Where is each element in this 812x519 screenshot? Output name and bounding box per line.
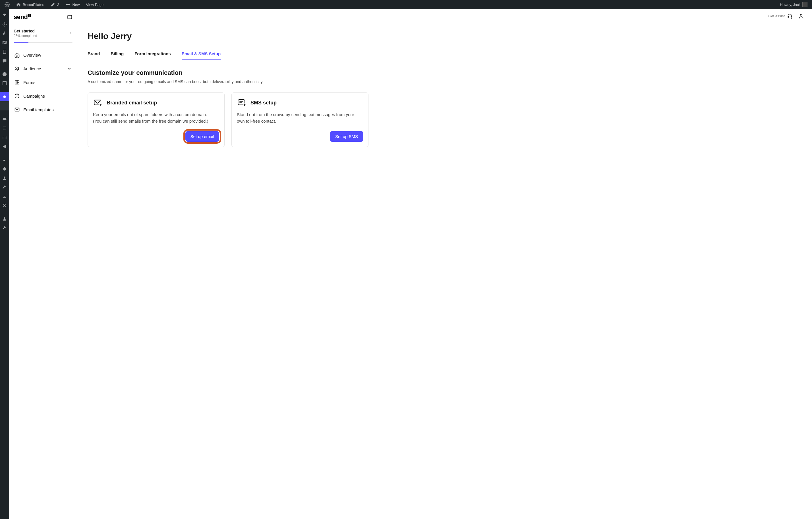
get-started-link[interactable]: Get started 25% completed — [9, 25, 77, 43]
tab-brand[interactable]: Brand — [88, 48, 100, 60]
wp-menu-profile[interactable] — [0, 214, 9, 223]
get-started-subtitle: 25% completed — [13, 34, 37, 38]
section-title: Customize your communication — [88, 69, 369, 77]
svg-point-10 — [4, 177, 5, 178]
svg-point-25 — [800, 14, 802, 16]
setup-email-button[interactable]: Set up email — [185, 131, 219, 142]
chevron-right-icon — [68, 31, 72, 35]
wp-menu-appearance[interactable] — [0, 155, 9, 164]
svg-rect-9 — [3, 127, 6, 130]
plus-icon — [65, 2, 70, 7]
wp-menu-templates[interactable] — [0, 79, 9, 88]
target-icon — [14, 93, 20, 99]
svg-rect-20 — [17, 83, 19, 84]
svg-point-16 — [16, 67, 17, 68]
page-title: Hello Jerry — [88, 31, 369, 41]
wp-menu-send-sub[interactable] — [0, 101, 9, 110]
wp-menu-settings[interactable] — [0, 201, 9, 210]
wordpress-icon — [4, 2, 10, 7]
card-title: SMS setup — [251, 100, 277, 106]
nav-overview[interactable]: Overview — [11, 48, 75, 62]
wp-account-link[interactable]: Howdy, Jack — [778, 0, 810, 9]
new-label: New — [72, 3, 80, 7]
svg-point-23 — [17, 95, 17, 96]
edit-icon — [50, 2, 55, 7]
wp-menu-updates[interactable] — [0, 20, 9, 29]
nav-email-templates[interactable]: Email templates — [11, 103, 75, 116]
nav-label: Campaigns — [23, 93, 45, 99]
svg-rect-14 — [68, 16, 71, 19]
nav-label: Overview — [23, 53, 41, 57]
wp-menu-users[interactable] — [0, 173, 9, 183]
howdy-text: Howdy, Jack — [780, 3, 801, 7]
nav-label: Forms — [23, 80, 35, 85]
card-body: Keep your emails out of spam folders wit… — [93, 112, 219, 124]
get-started-title: Get started — [13, 29, 37, 33]
wp-menu-comments[interactable] — [0, 56, 9, 65]
content-topbar: Get assist — [77, 9, 812, 23]
wp-menu-products[interactable] — [0, 124, 9, 133]
wp-menu-marketing[interactable] — [0, 142, 9, 151]
svg-point-13 — [4, 217, 5, 219]
wp-menu-woo[interactable] — [0, 115, 9, 124]
sms-plus-icon — [237, 98, 246, 108]
wp-site-link[interactable]: BeccaPilates — [13, 0, 46, 9]
mail-plus-icon — [93, 98, 103, 108]
card-title: Branded email setup — [107, 100, 157, 106]
branded-email-card: Branded email setup Keep your emails out… — [88, 92, 225, 147]
nav-label: Audience — [23, 66, 41, 71]
wp-menu-elementor[interactable] — [0, 70, 9, 79]
content-area: Get assist Hello Jerry Brand Billing For… — [77, 9, 812, 519]
panel-toggle-icon[interactable] — [67, 14, 72, 20]
tab-billing[interactable]: Billing — [111, 48, 124, 60]
nav-audience[interactable]: Audience — [11, 62, 75, 75]
wp-menu-dashboard[interactable] — [0, 11, 9, 20]
wp-menu-tools[interactable] — [0, 183, 9, 192]
edit-count: 3 — [57, 3, 59, 7]
avatar-icon — [802, 2, 808, 7]
card-body: Stand out from the crowd by sending text… — [237, 112, 363, 124]
nav-campaigns[interactable]: Campaigns — [11, 89, 75, 103]
wp-menu-send-active[interactable] — [0, 92, 9, 101]
progress-bar — [13, 42, 72, 43]
wp-admin-menu — [0, 9, 9, 519]
svg-point-12 — [4, 205, 5, 206]
svg-point-17 — [18, 67, 19, 69]
tab-email-sms-setup[interactable]: Email & SMS Setup — [182, 48, 221, 60]
wp-menu-posts[interactable] — [0, 29, 9, 38]
wp-view-page[interactable]: View Page — [84, 0, 106, 9]
get-assist-link[interactable]: Get assist — [768, 13, 793, 19]
nav-label: Email templates — [23, 107, 54, 112]
svg-rect-18 — [15, 81, 17, 84]
wp-new-link[interactable]: New — [63, 0, 82, 9]
svg-rect-19 — [17, 81, 19, 82]
site-name: BeccaPilates — [23, 3, 44, 7]
svg-rect-6 — [3, 82, 6, 85]
wp-edit-link[interactable]: 3 — [48, 0, 61, 9]
wp-menu-media[interactable] — [0, 38, 9, 47]
wp-menu-import[interactable] — [0, 192, 9, 201]
users-icon — [14, 66, 20, 72]
setup-sms-button[interactable]: Set up SMS — [330, 131, 363, 142]
tab-form-integrations[interactable]: Form Integrations — [135, 48, 171, 60]
home-icon — [16, 2, 21, 7]
wp-menu-plugins[interactable] — [0, 164, 9, 173]
user-icon[interactable] — [799, 13, 804, 19]
svg-rect-8 — [3, 118, 6, 120]
wp-menu-analytics[interactable] — [0, 133, 9, 142]
wp-menu-collapse[interactable] — [0, 223, 9, 233]
nav-forms[interactable]: Forms — [11, 75, 75, 89]
section-subtitle: A customized name for your outgoing emai… — [88, 79, 369, 84]
wp-logo[interactable] — [2, 0, 12, 9]
wp-admin-bar: BeccaPilates 3 New View Page Howdy, Jack — [0, 0, 812, 9]
headset-icon — [787, 13, 793, 19]
svg-point-5 — [3, 72, 6, 76]
chevron-down-icon — [66, 66, 72, 72]
svg-rect-4 — [3, 50, 6, 54]
wp-menu-pages[interactable] — [0, 47, 9, 56]
forms-icon — [14, 79, 20, 85]
sms-setup-card: SMS setup Stand out from the crowd by se… — [231, 92, 369, 147]
send-sidebar: send▮▮ Get started 25% completed Overvie… — [9, 9, 77, 519]
home-icon — [14, 52, 20, 58]
mail-icon — [14, 107, 20, 112]
